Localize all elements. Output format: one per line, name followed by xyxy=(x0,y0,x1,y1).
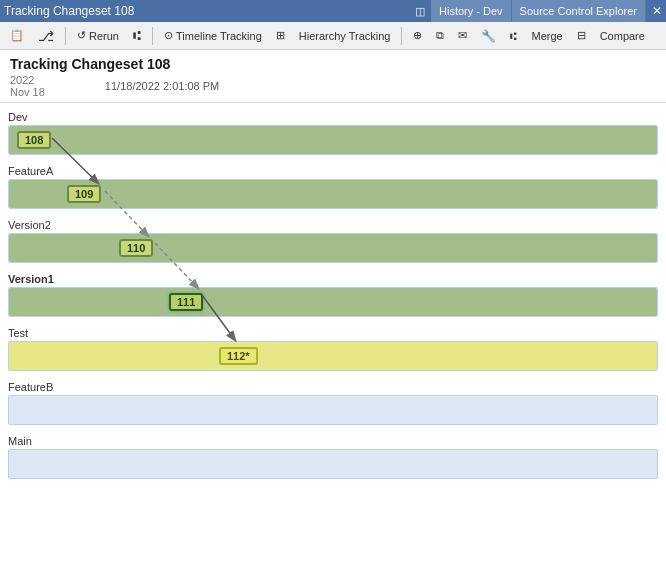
branch-dev-label: Dev xyxy=(0,107,666,125)
compare-label: Compare xyxy=(600,30,645,42)
rerun-icon: ↺ xyxy=(77,29,86,42)
branch-version1-label: Version1 xyxy=(0,269,666,287)
content-area: Dev 108 FeatureA 109 Version2 xyxy=(0,103,666,573)
merge-label: Merge xyxy=(531,30,562,42)
branch-featureB-label: FeatureB xyxy=(0,377,666,395)
close-button[interactable]: ✕ xyxy=(652,4,662,18)
merge-branch-icon: ⑆ xyxy=(510,30,517,42)
branch-dev: Dev 108 xyxy=(0,107,666,155)
copy-button[interactable]: ⧉ xyxy=(430,26,450,45)
branch-featureA-label: FeatureA xyxy=(0,161,666,179)
toolbar: 📋 ⎇ ↺ Rerun ⑆ ⊙ Timeline Tracking ⊞ Hier… xyxy=(0,22,666,50)
branch-version1: Version1 111 xyxy=(0,269,666,317)
branch-featureB-track xyxy=(8,395,658,425)
hierarchy-icon: ⊞ xyxy=(276,29,285,42)
mail-button[interactable]: ✉ xyxy=(452,26,473,45)
file-button[interactable]: 📋 xyxy=(4,26,30,45)
tab-history-dev-label: History - Dev xyxy=(439,5,503,17)
branch-featureA: FeatureA 109 xyxy=(0,161,666,209)
branch-test-label: Test xyxy=(0,323,666,341)
timeline-label: Timeline Tracking xyxy=(176,30,262,42)
compare-icon-button[interactable]: ⊟ xyxy=(571,26,592,45)
pin-button[interactable]: ◫ xyxy=(415,5,425,18)
branch-test-track: 112* xyxy=(8,341,658,371)
tab-history-dev[interactable]: History - Dev xyxy=(431,0,512,22)
branch-version1-track: 111 xyxy=(8,287,658,317)
cs-badge-110[interactable]: 110 xyxy=(119,239,153,257)
title-bar: Tracking Changeset 108 ◫ History - Dev S… xyxy=(0,0,666,22)
month-day-label: Nov 18 xyxy=(10,86,45,98)
branch-main-track xyxy=(8,449,658,479)
page-header: Tracking Changeset 108 2022 Nov 18 11/18… xyxy=(0,50,666,103)
sep1 xyxy=(65,27,66,45)
add-button[interactable]: ⊕ xyxy=(407,26,428,45)
page-title: Tracking Changeset 108 xyxy=(10,56,656,72)
mail-icon: ✉ xyxy=(458,29,467,42)
compare-button[interactable]: Compare xyxy=(594,27,651,45)
merge-branch-button[interactable]: ⑆ xyxy=(504,27,523,45)
timeline-button[interactable]: ⊙ Timeline Tracking xyxy=(158,26,268,45)
hierarchy-icon-button[interactable]: ⊞ xyxy=(270,26,291,45)
timeline-icon: ⊙ xyxy=(164,29,173,42)
tab-source-control[interactable]: Source Control Explorer xyxy=(512,0,646,22)
copy-icon: ⧉ xyxy=(436,29,444,42)
hierarchy-button[interactable]: Hierarchy Tracking xyxy=(293,27,397,45)
branch-test-bar xyxy=(9,342,657,370)
branch-featureA-track: 109 xyxy=(8,179,658,209)
branch-featureA-bar xyxy=(9,180,657,208)
branch-icon: ⎇ xyxy=(38,28,54,44)
cs-badge-109[interactable]: 109 xyxy=(67,185,101,203)
sep2 xyxy=(152,27,153,45)
file-icon: 📋 xyxy=(10,29,24,42)
branch-featureB: FeatureB xyxy=(0,377,666,425)
branch-version2: Version2 110 xyxy=(0,215,666,263)
wrench-icon: 🔧 xyxy=(481,29,496,43)
branch-test: Test 112* xyxy=(0,323,666,371)
branches-container: Dev 108 FeatureA 109 Version2 xyxy=(0,103,666,489)
cs-badge-108[interactable]: 108 xyxy=(17,131,51,149)
branch-dev-bar xyxy=(9,126,657,154)
sep3 xyxy=(401,27,402,45)
tab-source-control-label: Source Control Explorer xyxy=(520,5,637,17)
merge-button[interactable]: Merge xyxy=(525,27,568,45)
tab-bar: History - Dev Source Control Explorer xyxy=(431,0,646,22)
hierarchy-label: Hierarchy Tracking xyxy=(299,30,391,42)
compare-icon: ⊟ xyxy=(577,29,586,42)
branch2-button[interactable]: ⑆ xyxy=(127,25,147,46)
date-left: 2022 Nov 18 xyxy=(10,74,45,98)
branch-main-label: Main xyxy=(0,431,666,449)
window-title: Tracking Changeset 108 xyxy=(4,4,415,18)
branch-button[interactable]: ⎇ xyxy=(32,25,60,47)
branch2-icon: ⑆ xyxy=(133,28,141,43)
cs-badge-111[interactable]: 111 xyxy=(169,293,203,311)
wrench-button[interactable]: 🔧 xyxy=(475,26,502,46)
year-label: 2022 xyxy=(10,74,45,86)
rerun-label: Rerun xyxy=(89,30,119,42)
branch-dev-track: 108 xyxy=(8,125,658,155)
add-icon: ⊕ xyxy=(413,29,422,42)
cs-badge-112[interactable]: 112* xyxy=(219,347,258,365)
branch-version2-track: 110 xyxy=(8,233,658,263)
branch-version2-bar xyxy=(9,234,657,262)
branch-version2-label: Version2 xyxy=(0,215,666,233)
rerun-button[interactable]: ↺ Rerun xyxy=(71,26,125,45)
branch-main: Main xyxy=(0,431,666,479)
date-full: 11/18/2022 2:01:08 PM xyxy=(105,80,219,92)
branch-version1-bar xyxy=(9,288,657,316)
